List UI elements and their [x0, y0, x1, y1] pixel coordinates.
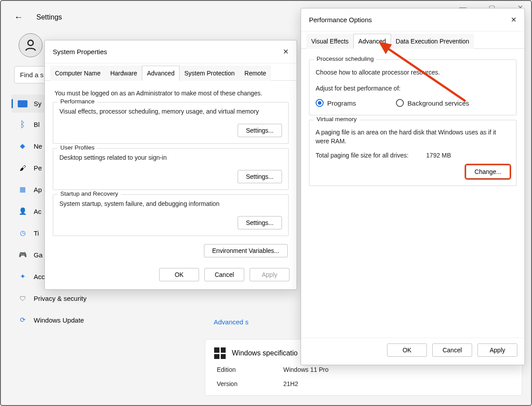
group-startup-recovery: Startup and Recovery System startup, sys… [53, 194, 289, 236]
close-icon[interactable]: ✕ [511, 16, 516, 24]
radio-background-services[interactable]: Background services [396, 99, 469, 107]
windows-logo-icon [214, 347, 226, 359]
userprofiles-desc: Desktop settings related to your sign-in [59, 154, 282, 161]
vm-total-label: Total paging file size for all drives: [316, 152, 408, 159]
shield-icon: 🛡 [18, 293, 27, 303]
radio-unchecked-icon [396, 99, 404, 107]
tab-hardware[interactable]: Hardware [106, 66, 142, 81]
update-icon: ⟳ [18, 315, 27, 325]
tab-dep[interactable]: Data Execution Prevention [391, 34, 474, 49]
ok-button[interactable]: OK [387, 343, 427, 357]
wifi-icon: ◆ [18, 141, 27, 151]
brush-icon: 🖌 [18, 163, 27, 173]
person-icon [23, 38, 38, 52]
cancel-button[interactable]: Cancel [204, 268, 244, 281]
performance-settings-button[interactable]: Settings... [238, 124, 282, 137]
group-legend: Startup and Recovery [58, 190, 121, 197]
radio-programs[interactable]: Programs [316, 99, 356, 107]
cancel-button[interactable]: Cancel [432, 343, 472, 357]
tab-advanced[interactable]: Advanced [353, 34, 391, 49]
perf-tabs: Visual Effects Advanced Data Execution P… [301, 33, 524, 49]
tab-computer-name[interactable]: Computer Name [50, 66, 106, 81]
clock-icon: ◷ [18, 228, 27, 238]
group-virtual-memory: Virtual memory A paging file is an area … [309, 120, 516, 186]
group-processor-scheduling: Processor scheduling Choose how to alloc… [309, 59, 516, 115]
group-legend: Performance [58, 98, 97, 105]
dialog-button-row: OK Cancel Apply [45, 263, 297, 289]
nav-item-privacy[interactable]: 🛡Privacy & security [12, 288, 194, 308]
dialog-title: Performance Options [309, 16, 372, 24]
person-small-icon: 👤 [18, 206, 27, 216]
dialog-title: System Properties [53, 48, 107, 55]
apps-icon: ▦ [18, 185, 27, 194]
tab-remote[interactable]: Remote [239, 66, 271, 81]
vm-total-value: 1792 MB [426, 152, 451, 159]
card-title: Windows specificatio [232, 349, 298, 357]
spec-row-edition: EditionWindows 11 Pro [214, 366, 513, 373]
apply-button[interactable]: Apply [477, 343, 517, 357]
environment-variables-button[interactable]: Environment Variables... [204, 244, 288, 257]
sysprops-tabs: Computer Name Hardware Advanced System P… [45, 65, 297, 81]
proc-adjust-label: Adjust for best performance of: [316, 85, 510, 92]
gamepad-icon: 🎮 [18, 250, 27, 260]
tab-system-protection[interactable]: System Protection [180, 66, 240, 81]
startup-settings-button[interactable]: Settings... [238, 216, 282, 229]
close-icon[interactable]: ✕ [283, 47, 289, 56]
group-performance: Performance Visual effects, processor sc… [53, 102, 289, 144]
back-arrow-icon[interactable]: ← [14, 12, 23, 22]
group-legend: User Profiles [58, 144, 97, 151]
user-avatar[interactable] [19, 33, 43, 57]
performance-options-dialog: Performance Options ✕ Visual Effects Adv… [301, 8, 525, 365]
tab-visual-effects[interactable]: Visual Effects [306, 34, 353, 49]
userprofiles-settings-button[interactable]: Settings... [238, 170, 282, 183]
performance-desc: Visual effects, processor scheduling, me… [59, 108, 282, 115]
spec-row-version: Version21H2 [214, 380, 513, 387]
bluetooth-icon: ᛒ [18, 119, 27, 129]
ok-button[interactable]: OK [159, 268, 199, 281]
nav-item-update[interactable]: ⟳Windows Update [12, 310, 194, 330]
tab-advanced[interactable]: Advanced [142, 66, 179, 81]
group-legend: Virtual memory [314, 116, 360, 122]
radio-checked-icon [316, 99, 324, 107]
settings-title: Settings [36, 13, 62, 21]
proc-desc: Choose how to allocate processor resourc… [316, 69, 510, 76]
group-user-profiles: User Profiles Desktop settings related t… [53, 148, 289, 190]
apply-button[interactable]: Apply [250, 268, 289, 281]
display-icon [18, 100, 27, 107]
dialog-button-row: OK Cancel Apply [301, 338, 524, 365]
change-button[interactable]: Change... [466, 165, 510, 178]
system-properties-dialog: System Properties ✕ Computer Name Hardwa… [44, 40, 297, 290]
accessibility-icon: ✦ [18, 272, 27, 281]
svg-point-0 [28, 40, 33, 46]
vm-desc: A paging file is an area on the hard dis… [316, 128, 510, 146]
startup-desc: System startup, system failure, and debu… [59, 200, 282, 207]
group-legend: Processor scheduling [314, 55, 376, 62]
admin-note: You must be logged on as an Administrato… [53, 87, 289, 98]
